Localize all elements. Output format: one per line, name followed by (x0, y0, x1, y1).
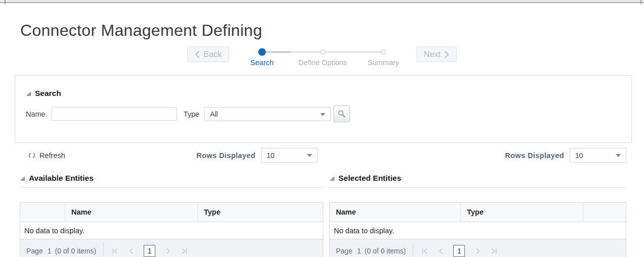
chevron-left-icon (195, 51, 200, 58)
chevron-right-icon (444, 51, 449, 58)
column-header-name[interactable]: Name (65, 202, 198, 222)
next-page-icon (165, 248, 171, 254)
items-count: (0 of 0 items) (55, 247, 97, 255)
type-select[interactable]: All (204, 107, 331, 121)
first-page-button[interactable] (421, 247, 428, 254)
search-panel: Search Name Type All (15, 75, 632, 143)
rows-displayed-group-right: Rows Displayed 10 (505, 148, 626, 163)
last-page-button[interactable] (490, 247, 497, 254)
search-panel-title: Search (35, 89, 61, 98)
chevron-down-icon (616, 154, 621, 157)
section-divider (20, 187, 323, 188)
page-number-input[interactable] (453, 245, 465, 257)
step-dot-summary[interactable] (380, 49, 386, 55)
chrome-notch-right (640, 0, 641, 4)
search-form-row: Name Type All (26, 106, 621, 122)
table-pagination-bar: Page 1 (0 of 0 items) (20, 239, 323, 257)
pager (111, 245, 188, 257)
pagination-divider (413, 242, 413, 257)
column-header-type[interactable]: Type (198, 202, 323, 222)
chrome-notch-left (5, 0, 6, 4)
first-page-icon (112, 248, 118, 254)
next-button-label: Next (424, 50, 441, 59)
refresh-label: Refresh (39, 151, 65, 160)
step-dot-search[interactable] (258, 48, 266, 56)
page-word: Page (26, 247, 43, 255)
available-entities-column: Refresh Rows Displayed 10 Available Enti… (20, 147, 323, 257)
rows-displayed-label: Rows Displayed (505, 151, 564, 160)
search-icon (337, 110, 346, 118)
first-page-button[interactable] (111, 247, 118, 254)
items-count: (0 of 0 items) (365, 247, 406, 255)
previous-page-button[interactable] (127, 247, 135, 254)
empty-table-message: No data to display. (330, 222, 626, 239)
selected-entities-column: Rows Displayed 10 Selected Entities Name… (329, 147, 626, 257)
disclosure-triangle-icon[interactable] (329, 176, 335, 181)
rows-displayed-value: 10 (267, 151, 275, 160)
rows-displayed-group-left: Rows Displayed 10 (196, 148, 318, 163)
refresh-icon (28, 151, 36, 160)
rows-displayed-label: Rows Displayed (196, 151, 255, 160)
selected-entities-header[interactable]: Selected Entities (329, 174, 626, 183)
browser-chrome-strip (0, 0, 644, 3)
entities-columns: Refresh Rows Displayed 10 Available Enti… (20, 147, 626, 257)
back-button[interactable]: Back (187, 46, 229, 62)
rows-displayed-value: 10 (575, 151, 583, 160)
page-number: 1 (357, 247, 361, 255)
next-page-icon (475, 248, 481, 254)
previous-page-icon (128, 248, 135, 254)
column-header-type[interactable]: Type (461, 202, 583, 222)
section-divider (329, 187, 626, 188)
stepper-track-progress (262, 51, 291, 53)
next-page-button[interactable] (474, 247, 481, 254)
wizard-train: Back Search Define Options Summary Next (0, 46, 644, 70)
rows-displayed-select-right[interactable]: 10 (570, 148, 626, 163)
page-word: Page (336, 247, 353, 255)
step-dot-define-options[interactable] (320, 49, 325, 55)
empty-table-message: No data to display. (20, 222, 323, 239)
next-button[interactable]: Next (416, 46, 457, 62)
column-header-name[interactable]: Name (330, 202, 461, 222)
table-header-row: Name Type (330, 202, 626, 222)
available-toolbar: Refresh Rows Displayed 10 (20, 147, 323, 163)
type-select-value: All (210, 110, 218, 118)
name-input[interactable] (52, 107, 177, 121)
column-header-extra (583, 202, 626, 222)
page-number: 1 (48, 247, 52, 255)
first-page-icon (421, 248, 428, 254)
wizard-stepper: Search Define Options Summary (232, 46, 414, 70)
name-field-label: Name (26, 110, 46, 118)
available-entities-header[interactable]: Available Entities (20, 174, 323, 183)
chevron-down-icon (307, 154, 312, 157)
pagination-divider (103, 242, 104, 257)
last-page-icon (491, 248, 497, 254)
column-header-select (20, 202, 65, 222)
search-panel-header[interactable]: Search (26, 89, 621, 98)
refresh-button[interactable]: Refresh (28, 151, 65, 160)
page-number-input[interactable] (144, 245, 155, 257)
available-entities-title: Available Entities (29, 174, 94, 183)
disclosure-triangle-icon[interactable] (20, 176, 25, 181)
selected-toolbar: Rows Displayed 10 (329, 147, 626, 163)
chevron-down-icon (320, 113, 325, 116)
previous-page-icon (438, 248, 444, 254)
last-page-icon (181, 248, 188, 254)
rows-displayed-select-left[interactable]: 10 (261, 148, 318, 163)
table-pagination-bar: Page 1 (0 of 0 items) (330, 239, 626, 257)
next-page-button[interactable] (164, 247, 171, 254)
disclosure-triangle-icon[interactable] (26, 91, 31, 96)
step-label-summary[interactable]: Summary (368, 59, 399, 67)
step-label-define-options[interactable]: Define Options (298, 59, 347, 67)
type-field-label: Type (184, 110, 199, 118)
last-page-button[interactable] (181, 247, 188, 254)
selected-entities-table: Name Type No data to display. Page 1 (0 … (329, 202, 626, 257)
pager (421, 245, 497, 257)
search-button[interactable] (333, 106, 350, 122)
back-button-label: Back (203, 50, 222, 59)
page-title: Connector Management Defining (20, 21, 644, 39)
selected-entities-title: Selected Entities (338, 174, 401, 183)
available-entities-table: Name Type No data to display. Page 1 (0 … (20, 202, 323, 257)
previous-page-button[interactable] (437, 247, 444, 254)
table-header-row: Name Type (20, 202, 323, 222)
step-label-search[interactable]: Search (250, 59, 274, 67)
